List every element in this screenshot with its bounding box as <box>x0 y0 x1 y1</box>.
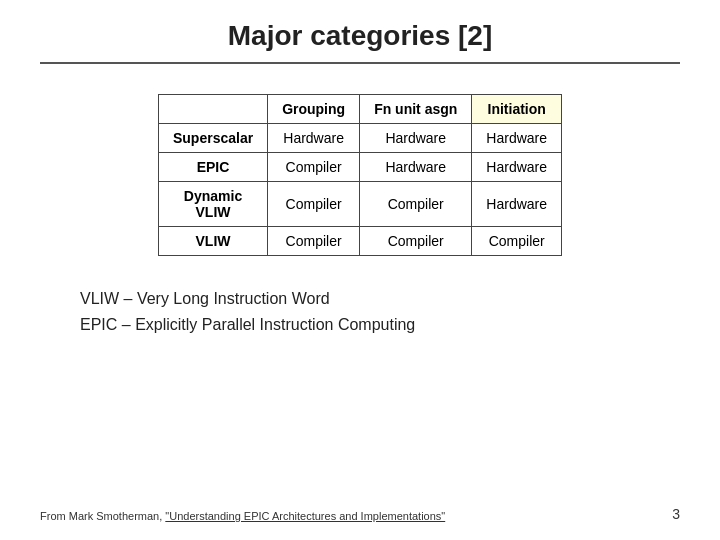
page-number: 3 <box>672 506 680 522</box>
table-cell-epic-fn: Hardware <box>360 153 472 182</box>
table-cell-vliw-fn: Compiler <box>360 227 472 256</box>
table-cell-superscalar-fn: Hardware <box>360 124 472 153</box>
descriptions: VLIW – Very Long Instruction Word EPIC –… <box>80 286 415 337</box>
table-header-initiation: Initiation <box>472 95 562 124</box>
table-cell-vliw: VLIW <box>158 227 267 256</box>
page-title: Major categories [2] <box>40 20 680 52</box>
table-container: Grouping Fn unit asgn Initiation Supersc… <box>158 94 562 256</box>
table-cell-vliw-init: Compiler <box>472 227 562 256</box>
table-cell-superscalar-init: Hardware <box>472 124 562 153</box>
slide: Major categories [2] Grouping Fn unit as… <box>0 0 720 540</box>
table-header-grouping: Grouping <box>268 95 360 124</box>
table-row: Superscalar Hardware Hardware Hardware <box>158 124 561 153</box>
footnote-link[interactable]: "Understanding EPIC Architectures and Im… <box>165 510 445 522</box>
epic-description: EPIC – Explicitly Parallel Instruction C… <box>80 312 415 338</box>
table-row: VLIW Compiler Compiler Compiler <box>158 227 561 256</box>
title-section: Major categories [2] <box>40 20 680 64</box>
table-cell-dvliw-grouping: Compiler <box>268 182 360 227</box>
main-content: Grouping Fn unit asgn Initiation Supersc… <box>40 84 680 520</box>
footnote-prefix: From Mark Smotherman, <box>40 510 165 522</box>
categories-table: Grouping Fn unit asgn Initiation Supersc… <box>158 94 562 256</box>
table-row: EPIC Compiler Hardware Hardware <box>158 153 561 182</box>
table-cell-dvliw-fn: Compiler <box>360 182 472 227</box>
vliw-description: VLIW – Very Long Instruction Word <box>80 286 415 312</box>
table-cell-epic-grouping: Compiler <box>268 153 360 182</box>
footnote: From Mark Smotherman, "Understanding EPI… <box>40 510 445 522</box>
table-cell-epic-init: Hardware <box>472 153 562 182</box>
table-cell-epic: EPIC <box>158 153 267 182</box>
table-row: DynamicVLIW Compiler Compiler Hardware <box>158 182 561 227</box>
table-cell-dvliw: DynamicVLIW <box>158 182 267 227</box>
table-cell-dvliw-init: Hardware <box>472 182 562 227</box>
table-cell-vliw-grouping: Compiler <box>268 227 360 256</box>
table-header-fn-unit: Fn unit asgn <box>360 95 472 124</box>
table-cell-superscalar: Superscalar <box>158 124 267 153</box>
table-header-empty <box>158 95 267 124</box>
table-cell-superscalar-grouping: Hardware <box>268 124 360 153</box>
